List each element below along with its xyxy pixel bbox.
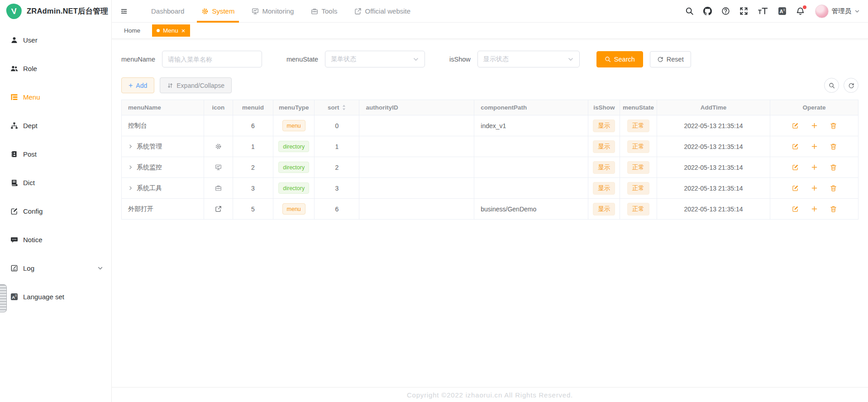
cell-componentPath: index_v1 bbox=[474, 115, 588, 136]
add-child-button[interactable] bbox=[811, 185, 818, 191]
help-button[interactable] bbox=[721, 7, 730, 15]
search-icon bbox=[685, 7, 694, 15]
sidebar-item-dict[interactable]: Dict bbox=[0, 168, 111, 197]
cell-text: 6 bbox=[251, 122, 255, 129]
menu-name-input[interactable] bbox=[162, 51, 262, 67]
notifications-button[interactable] bbox=[796, 7, 805, 15]
edit-button[interactable] bbox=[792, 185, 799, 191]
cell-authorityID bbox=[359, 115, 474, 136]
add-child-button[interactable] bbox=[811, 143, 818, 150]
tag-menu-active[interactable]: Menu× bbox=[152, 24, 190, 37]
trash-icon bbox=[830, 143, 837, 150]
delete-button[interactable] bbox=[830, 206, 837, 212]
cell-authorityID bbox=[359, 199, 474, 220]
sort-caret-icon[interactable] bbox=[342, 104, 346, 111]
expand-row-icon[interactable] bbox=[128, 186, 133, 191]
column-header-label: menuName bbox=[128, 104, 161, 111]
dept-tree-icon bbox=[10, 122, 18, 130]
navbar-right-tools: A文管理员 bbox=[685, 5, 862, 18]
plus-icon bbox=[811, 206, 818, 212]
cell-authorityID bbox=[359, 178, 474, 199]
is-show-tag: 显示 bbox=[593, 203, 615, 215]
table-row: 系统监控2directory2显示正常2022-05-13 21:35:14 bbox=[122, 157, 858, 178]
column-header-label: menuType bbox=[279, 104, 309, 111]
chevron-down-icon bbox=[97, 265, 103, 271]
column-header-label: componentPath bbox=[481, 104, 527, 111]
sidebar-item-notice[interactable]: Notice bbox=[0, 225, 111, 254]
svg-text:文: 文 bbox=[782, 8, 785, 11]
font-size-button[interactable] bbox=[758, 7, 768, 15]
search-button[interactable]: Search bbox=[596, 51, 643, 67]
column-header-Operate: Operate bbox=[770, 100, 858, 115]
translate-button[interactable]: A文 bbox=[778, 7, 787, 15]
role-icon bbox=[10, 65, 18, 73]
user-menu[interactable]: 管理员 bbox=[815, 5, 860, 18]
sidebar-item-label: Dept bbox=[23, 122, 38, 129]
sidebar-item-dept[interactable]: Dept bbox=[0, 111, 111, 140]
nav-tab-official-website[interactable]: Official website bbox=[346, 0, 419, 22]
reset-button[interactable]: Reset bbox=[650, 51, 691, 67]
nav-tab-tools[interactable]: Tools bbox=[302, 0, 346, 22]
refresh-table-button[interactable] bbox=[844, 78, 858, 93]
cell-menuState: 正常 bbox=[620, 157, 657, 178]
nav-tab-dashboard[interactable]: Dashboard bbox=[143, 0, 193, 22]
sidebar-item-config[interactable]: Config bbox=[0, 197, 111, 225]
is-show-select[interactable]: 显示状态 bbox=[477, 51, 580, 67]
show-search-button[interactable] bbox=[824, 78, 839, 93]
close-icon[interactable]: × bbox=[181, 27, 186, 34]
sidebar-toggle-button[interactable] bbox=[117, 6, 131, 16]
delete-button[interactable] bbox=[830, 185, 837, 191]
sidebar-item-language[interactable]: A文Language set bbox=[0, 282, 111, 311]
cell-icon bbox=[204, 178, 233, 199]
notice-icon bbox=[10, 236, 18, 244]
sidebar-item-menu[interactable]: Menu bbox=[0, 83, 111, 111]
delete-button[interactable] bbox=[830, 143, 837, 150]
edit-button[interactable] bbox=[792, 143, 799, 150]
cell-text: 0 bbox=[335, 122, 339, 129]
menu-type-tag: directory bbox=[278, 162, 309, 173]
nav-tab-monitoring[interactable]: Monitoring bbox=[243, 0, 302, 22]
expand-row-icon[interactable] bbox=[128, 144, 133, 149]
sidebar-item-log[interactable]: Log bbox=[0, 254, 111, 282]
edit-button[interactable] bbox=[792, 122, 799, 129]
github-button[interactable] bbox=[703, 7, 712, 15]
theme-panel-handle[interactable] bbox=[0, 284, 7, 312]
expand-collapse-label: Expand/Collapse bbox=[176, 82, 224, 89]
edit-icon bbox=[792, 206, 799, 212]
menu-state-select[interactable]: 菜单状态 bbox=[325, 51, 425, 67]
menu-type-tag: directory bbox=[278, 182, 309, 194]
add-child-button[interactable] bbox=[811, 164, 818, 171]
trash-icon bbox=[830, 206, 837, 212]
is-show-tag: 显示 bbox=[593, 182, 615, 195]
add-button[interactable]: + Add bbox=[121, 77, 154, 93]
sidebar-item-role[interactable]: Role bbox=[0, 54, 111, 83]
cell-Operate bbox=[770, 199, 858, 220]
table-row: 外部打开5menu6business/GenDemo显示正常2022-05-13… bbox=[122, 199, 858, 220]
sidebar-item-user[interactable]: User bbox=[0, 26, 111, 54]
add-child-button[interactable] bbox=[811, 122, 818, 129]
edit-button[interactable] bbox=[792, 206, 799, 212]
edit-button[interactable] bbox=[792, 164, 799, 171]
nav-tab-system[interactable]: System bbox=[193, 0, 243, 22]
edit-icon bbox=[792, 164, 799, 171]
hamburger-fold-icon bbox=[121, 8, 127, 14]
table-tool-buttons bbox=[824, 78, 858, 93]
cell-icon bbox=[204, 199, 233, 220]
column-header-sort[interactable]: sort bbox=[315, 100, 359, 115]
expand-row-icon[interactable] bbox=[128, 165, 133, 170]
operate-buttons bbox=[792, 206, 837, 212]
tag-home[interactable]: Home bbox=[124, 27, 140, 34]
edit-icon bbox=[792, 185, 799, 191]
search-button[interactable] bbox=[685, 7, 694, 15]
add-child-button[interactable] bbox=[811, 206, 818, 212]
fullscreen-button[interactable] bbox=[739, 7, 748, 15]
sidebar-item-label: User bbox=[23, 36, 38, 44]
table-toolbar: + Add Expand/Collapse bbox=[121, 77, 858, 93]
sidebar-item-post[interactable]: Post bbox=[0, 140, 111, 168]
delete-button[interactable] bbox=[830, 122, 837, 129]
cell-AddTime: 2022-05-13 21:35:14 bbox=[657, 136, 771, 157]
delete-button[interactable] bbox=[830, 164, 837, 171]
column-header-label: menuid bbox=[242, 104, 264, 111]
operate-buttons bbox=[792, 122, 837, 129]
expand-collapse-button[interactable]: Expand/Collapse bbox=[160, 77, 232, 93]
